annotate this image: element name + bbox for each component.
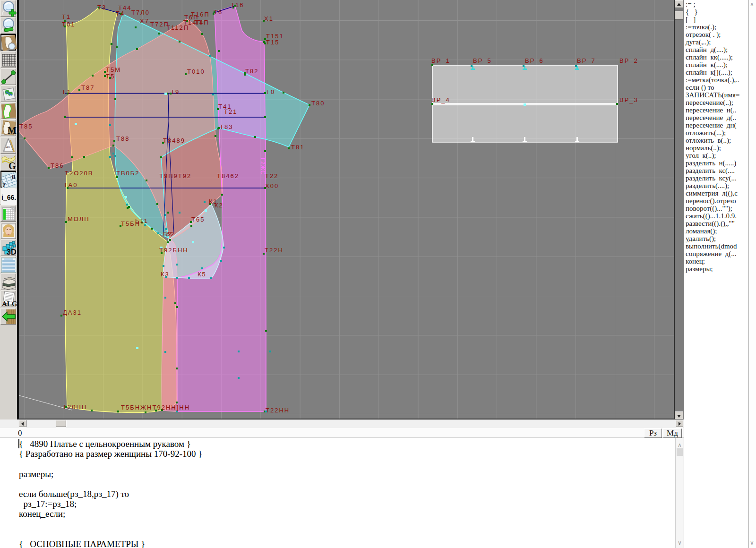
svg-text:ВР_2: ВР_2 (619, 57, 638, 64)
svg-text:Т5БН: Т5БН (121, 220, 140, 227)
svg-text:ВР_3: ВР_3 (619, 96, 638, 103)
svg-text:ТВ0Б2: ТВ0Б2 (116, 170, 140, 177)
svg-text:3D: 3D (7, 248, 16, 256)
svg-text:Т83: Т83 (220, 123, 233, 130)
svg-text:Т81: Т81 (291, 144, 304, 151)
svg-text:Т9П9Т92: Т9П9Т92 (159, 172, 191, 180)
svg-text:Т87: Т87 (81, 84, 94, 91)
svg-text:Т6: Т6 (214, 9, 223, 16)
svg-text:Х1: Х1 (264, 15, 274, 22)
svg-text:M: M (8, 125, 17, 136)
svg-text:Т5БНЖНТ92НН]НН: Т5БНЖНТ92НН]НН (121, 404, 190, 411)
svg-text:Т20НН: Т20НН (63, 403, 87, 411)
svg-text:Т88: Т88 (116, 135, 129, 142)
svg-text:ВР_1: ВР_1 (431, 57, 450, 64)
svg-text:i_66.: i_66. (1, 194, 16, 201)
svg-text:К5: К5 (198, 271, 206, 278)
svg-text:Т85: Т85 (19, 123, 33, 130)
svg-text:Т86: Т86 (51, 162, 64, 169)
svg-text:G: G (9, 161, 16, 171)
svg-text:52: 52 (166, 231, 175, 238)
svg-text:Т7Л0: Т7Л0 (131, 9, 150, 16)
svg-text:Т010: Т010 (187, 68, 205, 75)
svg-text:Т8462: Т8462 (217, 172, 239, 180)
svg-text:Г0: Г0 (266, 88, 275, 95)
svg-text:8: 8 (12, 173, 15, 180)
svg-text:Т21: Т21 (224, 108, 237, 115)
svg-text:Т22НН: Т22НН (266, 407, 290, 414)
svg-text:ΔΛ: ΔΛ (6, 146, 10, 148)
svg-text:К3: К3 (161, 271, 170, 278)
svg-text:Т8489: Т8489 (163, 137, 185, 144)
svg-text:Т01: Т01 (62, 21, 75, 28)
svg-text:Т5: Т5 (106, 73, 115, 80)
svg-text:ДА31: ДА31 (63, 309, 82, 316)
svg-text:Т22: Т22 (265, 172, 278, 180)
svg-text:ВР_7: ВР_7 (577, 57, 596, 64)
svg-text:Т4: Т4 (116, 10, 125, 17)
svg-text:Т92БНН: Т92БНН (159, 247, 189, 254)
svg-text:Т82: Т82 (245, 68, 258, 75)
svg-text:ВР_5: ВР_5 (473, 57, 492, 64)
svg-text:ALG: ALG (2, 300, 17, 308)
svg-text:Х7: Х7 (140, 17, 149, 25)
svg-text:Т22Н: Т22Н (265, 247, 284, 254)
svg-text:ВР_6: ВР_6 (525, 57, 544, 64)
svg-text:Т9: Т9 (171, 88, 180, 95)
svg-text:Т1: Т1 (62, 13, 71, 20)
svg-text:МОЛН: МОЛН (68, 215, 90, 223)
svg-text:Т80: Т80 (311, 100, 325, 107)
svg-text:7: 7 (2, 181, 6, 188)
svg-text:Г1: Г1 (63, 88, 71, 95)
svg-text:Т2О20В: Т2О20В (65, 170, 93, 177)
svg-text:Т15: Т15 (266, 39, 279, 46)
svg-text:Т6П: Т6П (184, 14, 199, 21)
svg-text:Х00: Х00 (265, 182, 279, 189)
svg-text:ТА0: ТА0 (64, 181, 77, 188)
svg-text:Т16: Т16 (231, 1, 244, 9)
svg-text:Т65: Т65 (191, 216, 205, 223)
svg-text:Т3: Т3 (97, 4, 106, 11)
svg-text:Т5М: Т5М (106, 66, 121, 73)
svg-text:ВР_4: ВР_4 (431, 96, 450, 103)
svg-text:К2: К2 (215, 202, 223, 209)
